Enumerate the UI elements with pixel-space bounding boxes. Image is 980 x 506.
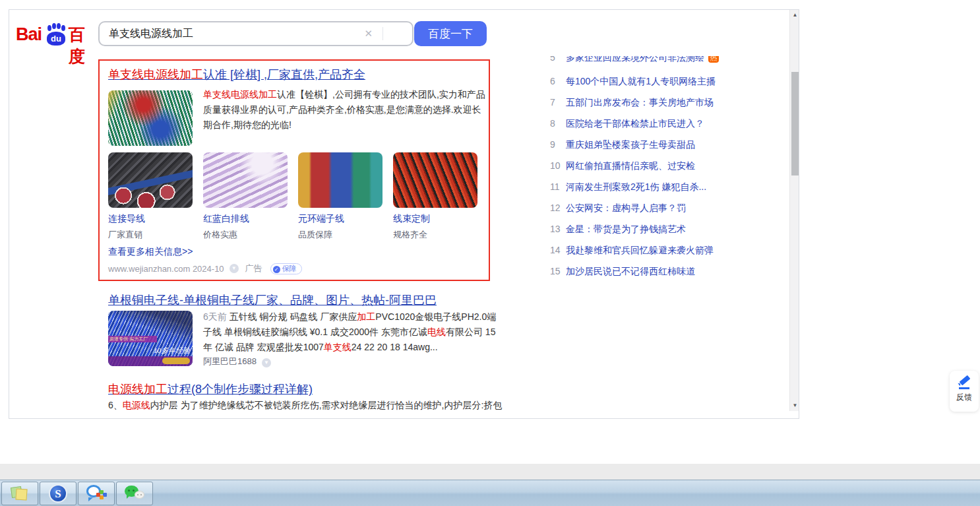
result3-title[interactable]: 电源线加工过程(8个制作步骤过程详解) xyxy=(108,381,313,397)
hot-link[interactable]: 我赴黎维和官兵回忆躲避来袭火箭弹 xyxy=(566,245,714,255)
ad-card-subtitle: 规格齐全 xyxy=(393,229,427,241)
hot-rank: 10 xyxy=(550,160,566,171)
logo-text-bai: Bai xyxy=(16,24,42,45)
guarantee-badge[interactable]: ✓保障 xyxy=(270,263,302,274)
hot-rank: 7 xyxy=(550,97,566,108)
scroll-up-icon[interactable]: ▲ xyxy=(790,10,799,20)
ad-url: www.wejianzhan.com 2024-10 xyxy=(108,264,224,274)
ad-description: 单支线电源线加工认准【铨棋】,公司拥有专业的技术团队,实力和产品质量获得业界的认… xyxy=(203,87,487,133)
hot-link[interactable]: 金星：带货是为了挣钱搞艺术 xyxy=(566,224,686,234)
hot-item[interactable]: 7五部门出席发布会：事关房地产市场 xyxy=(550,97,714,110)
hot-item[interactable]: 9重庆姐弟坠楼案孩子生母卖甜品 xyxy=(550,139,695,152)
thumbnail-experience-text: 10多年经验 xyxy=(154,346,190,356)
hot-link[interactable]: 重庆姐弟坠楼案孩子生母卖甜品 xyxy=(566,139,695,150)
ad-card-link[interactable]: 红蓝白排线 xyxy=(203,213,249,225)
hot-item[interactable]: 12公安网安：虚构寻人启事？罚 xyxy=(550,203,686,216)
ad-main-thumbnail[interactable] xyxy=(108,90,193,146)
hot-rank: 12 xyxy=(550,203,566,213)
hot-item[interactable]: 14我赴黎维和官兵回忆躲避来袭火箭弹 xyxy=(550,245,714,258)
chevron-down-icon[interactable]: ▼ xyxy=(230,264,239,273)
scrollbar-thumb[interactable] xyxy=(791,72,799,175)
hot-link[interactable]: 加沙居民说已不记得西红柿味道 xyxy=(566,266,695,276)
hot-rank: 14 xyxy=(550,245,566,255)
taskbar-button-sticky-notes[interactable] xyxy=(1,482,38,505)
hot-rank: 11 xyxy=(550,181,566,192)
clear-icon[interactable]: ✕ xyxy=(364,28,373,40)
search-input[interactable] xyxy=(109,24,359,44)
hot-link[interactable]: 医院给老干部体检禁止市民进入？ xyxy=(566,118,704,129)
search-divider xyxy=(383,27,383,40)
wechat-icon xyxy=(125,486,144,501)
taskbar: S S ? ✕ 9:56 2024/10/17 xyxy=(0,480,980,506)
taskbar-button-wechat[interactable] xyxy=(116,482,153,505)
ad-card-subtitle: 品质保障 xyxy=(298,229,332,241)
hot-item[interactable]: 11河南发生刑案致2死1伤 嫌犯自杀... xyxy=(550,181,706,195)
chevron-down-icon[interactable]: ▼ xyxy=(262,358,271,367)
thumbnail-banner-text: 渠道专供·实力工厂 xyxy=(108,336,157,342)
desktop-strip xyxy=(0,464,980,480)
result2-source: 阿里巴巴1688▼ xyxy=(203,356,278,367)
ad-card-subtitle: 厂家直销 xyxy=(108,229,142,241)
chat-app-icon xyxy=(86,485,106,502)
hot-item[interactable]: 15加沙居民说已不记得西红柿味道 xyxy=(550,266,695,279)
hot-rank: 6 xyxy=(550,76,566,86)
ad-card-subtitle: 价格实惠 xyxy=(203,229,237,241)
search-box: ✕ xyxy=(98,21,413,46)
ad-result-block: 单支线电源线加工认准 [铨棋] ,厂家直供,产品齐全 单支线电源线加工认准【铨棋… xyxy=(98,59,490,281)
hot-rank: 13 xyxy=(550,224,566,234)
browser-viewport: 5多家企业回应某境外公司非法测绘热 6每100个中国人就有1人专职网络主播 7五… xyxy=(9,9,799,419)
ad-card-thumbnail-connect-wires[interactable] xyxy=(108,152,193,208)
search-header: Bai du 百度 ✕ 百度一下 百度首页 设置 登录 xyxy=(9,10,799,56)
hot-link[interactable]: 河南发生刑案致2死1伤 嫌犯自杀... xyxy=(566,181,706,192)
taskbar-button-chat-app[interactable] xyxy=(78,482,115,505)
scroll-down-icon[interactable]: ▼ xyxy=(790,400,799,411)
feedback-button[interactable]: 反馈 xyxy=(950,371,979,412)
ad-card-thumbnail-wire-harness[interactable] xyxy=(393,152,477,208)
hot-item[interactable]: 10网红偷拍直播情侣亲昵、过安检 xyxy=(550,160,695,174)
search-button[interactable]: 百度一下 xyxy=(414,21,487,46)
ad-card-thumbnail-ribbon-cables[interactable] xyxy=(203,152,288,208)
hot-rank: 8 xyxy=(550,118,566,129)
hot-rank: 9 xyxy=(550,139,566,150)
result3-description: 6、电源线内护层 为了维护绝缘线芯不被铠装所疙伤,需求对绝缘层进行恰当的维护,内… xyxy=(108,398,484,413)
ad-card-thumbnail-terminal-wires[interactable] xyxy=(298,152,383,208)
hot-rank: 15 xyxy=(550,266,566,276)
ad-label: 广告 xyxy=(245,263,262,273)
taskbar-button-sogou-browser[interactable]: S xyxy=(40,482,77,505)
result2-description: 6天前 五针线 铜分规 码盘线 厂家供应加工PVC1020金银电子线PH2.0端… xyxy=(203,309,499,355)
hot-item[interactable]: 6每100个中国人就有1人专职网络主播 xyxy=(550,76,716,89)
hot-item[interactable]: 13金星：带货是为了挣钱搞艺术 xyxy=(550,224,686,237)
ad-more-link[interactable]: 查看更多相关信息>> xyxy=(108,246,193,258)
hot-link[interactable]: 公安网安：虚构寻人启事？罚 xyxy=(566,203,686,213)
hot-link[interactable]: 五部门出席发布会：事关房地产市场 xyxy=(566,97,714,108)
result2-title[interactable]: 单根铜电子线-单根铜电子线厂家、品牌、图片、热帖-阿里巴巴 xyxy=(108,292,437,308)
page-scrollbar[interactable]: ▲ ▼ xyxy=(789,10,799,411)
ad-card-link[interactable]: 元环端子线 xyxy=(298,213,344,225)
shield-check-icon: ✓ xyxy=(273,266,280,273)
ad-card-link[interactable]: 连接导线 xyxy=(108,213,145,225)
ad-meta-row: www.wejianzhan.com 2024-10▼广告✓保障 xyxy=(108,263,302,274)
feedback-label: 反馈 xyxy=(950,392,979,403)
baidu-logo[interactable]: Bai du 百度 xyxy=(16,19,96,47)
ad-card-link[interactable]: 线束定制 xyxy=(393,213,430,225)
ad-result-title[interactable]: 单支线电源线加工认准 [铨棋] ,厂家直供,产品齐全 xyxy=(108,67,365,82)
hot-link[interactable]: 每100个中国人就有1人专职网络主播 xyxy=(566,76,716,86)
hot-item[interactable]: 8医院给老干部体检禁止市民进入？ xyxy=(550,118,704,131)
desktop: 5多家企业回应某境外公司非法测绘热 6每100个中国人就有1人专职网络主播 7五… xyxy=(0,0,980,506)
result2-thumbnail[interactable]: 渠道专供·实力工厂 10多年经验 xyxy=(108,311,193,366)
pencil-icon xyxy=(958,377,971,389)
logo-text-cn: 百度 xyxy=(69,24,96,67)
sticky-notes-icon xyxy=(11,486,28,501)
hot-link[interactable]: 网红偷拍直播情侣亲昵、过安检 xyxy=(566,160,695,171)
sogou-browser-icon: S xyxy=(49,484,67,503)
thumbnail-gold-pill xyxy=(162,358,190,364)
baidu-paw-icon: du xyxy=(45,26,67,46)
